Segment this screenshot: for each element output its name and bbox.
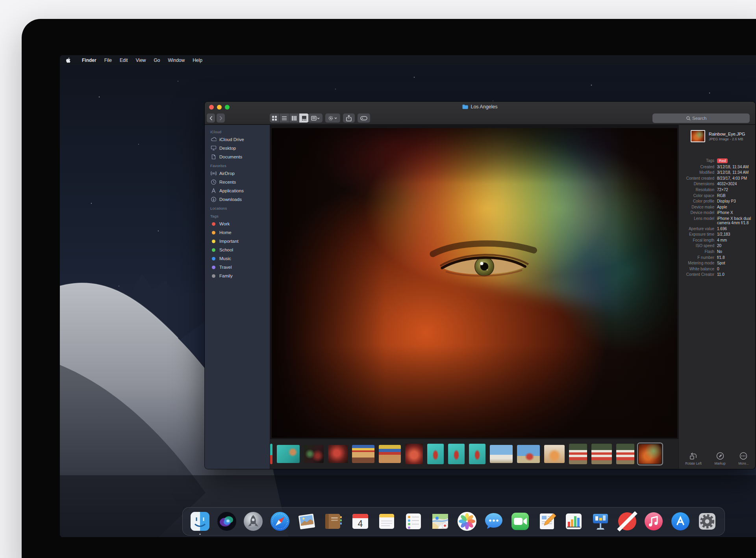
menu-view[interactable]: View [132, 58, 150, 63]
thumbnail[interactable] [270, 444, 272, 464]
sidebar-item-important[interactable]: Important [205, 237, 270, 246]
dock-item-messages[interactable] [483, 510, 505, 532]
share-button[interactable] [343, 113, 355, 123]
tag-color-dot [212, 274, 215, 278]
dock-item-itunes[interactable] [643, 510, 665, 532]
meta-value-device-make: Apple [717, 205, 754, 209]
dock-item-calendar[interactable]: 4 [349, 510, 371, 532]
menu-finder[interactable]: Finder [78, 58, 100, 63]
thumbnail[interactable] [427, 444, 444, 464]
file-info: JPEG Image - 2.6 MB [709, 137, 745, 141]
search-field[interactable] [652, 113, 750, 123]
forward-button[interactable] [217, 113, 225, 123]
sidebar-item-family[interactable]: Family [205, 272, 270, 280]
menu-window[interactable]: Window [164, 58, 189, 63]
notes-icon [376, 511, 397, 532]
thumbnail[interactable] [469, 444, 485, 464]
search-input[interactable] [692, 116, 716, 121]
thumbnail[interactable] [277, 445, 300, 463]
window-header[interactable]: Los Angeles [205, 102, 755, 125]
sidebar-item-work[interactable]: Work [205, 219, 270, 228]
action-gear-button[interactable] [325, 113, 340, 123]
sidebar-item-icloud-drive[interactable]: iCloud Drive [205, 135, 270, 144]
view-list-button[interactable] [280, 113, 289, 123]
sidebar-item-travel[interactable]: Travel [205, 263, 270, 272]
action-more[interactable]: More... [738, 452, 749, 465]
dock-item-reminders[interactable] [402, 510, 424, 532]
view-icon-button[interactable] [270, 113, 279, 123]
menu-go[interactable]: Go [150, 58, 164, 63]
dock-item-news[interactable] [616, 510, 638, 532]
thumbnail[interactable] [405, 444, 423, 464]
sidebar-item-home[interactable]: Home [205, 228, 270, 237]
action-markup[interactable]: Markup [714, 452, 725, 465]
group-button[interactable] [308, 113, 322, 123]
preview-icon [296, 511, 317, 532]
sidebar-item-airdrop[interactable]: AirDrop [205, 169, 270, 178]
menu-file[interactable]: File [100, 58, 116, 63]
numbers-icon [563, 511, 584, 532]
sidebar-item-school[interactable]: School [205, 246, 270, 254]
thumbnail[interactable] [328, 445, 348, 463]
sidebar-item-desktop[interactable]: Desktop [205, 144, 270, 153]
thumbnail-selected[interactable] [639, 444, 662, 464]
dock-item-keynote[interactable] [589, 510, 611, 532]
dock-item-finder[interactable] [189, 510, 211, 532]
dock-item-preview[interactable] [296, 510, 318, 532]
thumbnail[interactable] [379, 445, 401, 463]
thumbnail[interactable] [591, 444, 612, 464]
sidebar-item-music[interactable]: Music [205, 254, 270, 263]
dock-item-launchpad[interactable] [242, 510, 264, 532]
dock-item-maps[interactable] [429, 510, 451, 532]
action-rotate-left[interactable]: Rotate Left [685, 452, 702, 465]
meta-value-metering-mode: Spot [717, 261, 754, 265]
meta-label-resolution: Resolution [679, 188, 714, 192]
meta-value-dimensions: 4032×3024 [717, 182, 754, 186]
sidebar-item-label: Work [219, 221, 230, 226]
meta-value-exposure-time: 1/2,183 [717, 232, 754, 236]
gallery-preview-image[interactable] [272, 128, 677, 438]
menu-edit[interactable]: Edit [116, 58, 132, 63]
meta-label-f-number: F number [679, 255, 714, 260]
calendar-icon: 4 [350, 511, 371, 532]
menu-help[interactable]: Help [189, 58, 206, 63]
dock-item-pages[interactable] [536, 510, 558, 532]
apple-logo-icon[interactable] [66, 57, 71, 63]
dock-item-contacts[interactable] [322, 510, 345, 532]
thumbnail[interactable] [304, 445, 324, 463]
dock-item-siri[interactable] [216, 510, 238, 532]
thumbnail[interactable] [352, 445, 374, 463]
thumbnail[interactable] [517, 445, 540, 463]
dock-item-safari[interactable] [269, 510, 291, 532]
back-button[interactable] [207, 113, 215, 123]
dock-item-facetime[interactable] [509, 510, 531, 532]
tag-color-dot [212, 222, 215, 226]
thumbnail[interactable] [490, 445, 513, 463]
sidebar-item-label: Travel [219, 265, 232, 270]
meta-label-dimensions: Dimensions [679, 182, 714, 186]
thumbnail[interactable] [569, 444, 587, 464]
sidebar-item-recents[interactable]: Recents [205, 178, 270, 186]
dock-item-notes[interactable] [376, 510, 398, 532]
action-label: Rotate Left [685, 461, 702, 465]
dock-item-photos[interactable] [456, 510, 478, 532]
dock-item-app-store[interactable] [669, 510, 691, 532]
action-label: More... [738, 461, 749, 465]
view-gallery-button[interactable] [299, 113, 309, 123]
dock-item-numbers[interactable] [563, 510, 585, 532]
dock-item-system-preferences[interactable] [696, 510, 718, 532]
view-column-button[interactable] [289, 113, 299, 123]
thumbnail[interactable] [448, 444, 465, 464]
sidebar-item-label: Downloads [219, 197, 242, 202]
tag-button[interactable] [358, 113, 370, 123]
meta-label-device-make: Device make [679, 205, 714, 209]
launchpad-icon [243, 511, 264, 532]
thumbnail[interactable] [616, 444, 634, 464]
sidebar-item-applications[interactable]: Applications [205, 186, 270, 195]
thumbnail[interactable] [544, 445, 565, 463]
finder-window: Los Angeles [205, 102, 755, 469]
tag-badge[interactable]: Red [717, 158, 728, 163]
meta-label-color-space: Color space [679, 193, 714, 198]
sidebar-item-downloads[interactable]: Downloads [205, 195, 270, 204]
sidebar-item-documents[interactable]: Documents [205, 153, 270, 161]
